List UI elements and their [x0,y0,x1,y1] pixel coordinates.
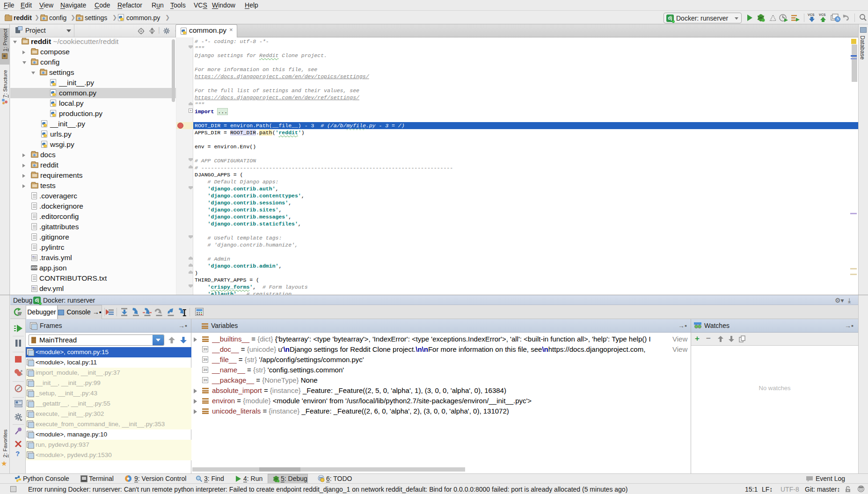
svg-text:VCS: VCS [808,13,815,16]
svg-text:VCS: VCS [819,13,826,16]
